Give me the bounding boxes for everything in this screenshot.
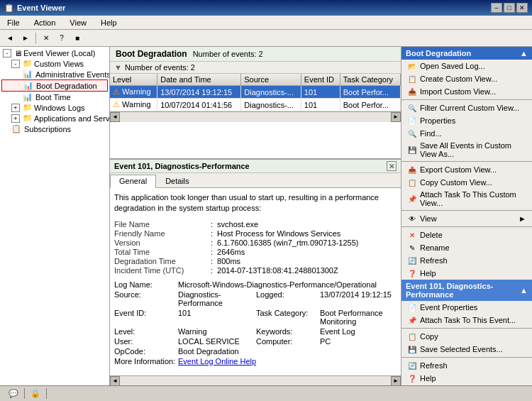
action-refresh-2[interactable]: 🔄 Refresh [401,359,532,372]
table-hscrollbar[interactable]: ◄ ► [110,111,401,121]
close-button[interactable]: ✕ [516,3,528,13]
scroll-track[interactable] [120,112,391,122]
info-row-user: User: LOCAL SERVICE Computer: PC [114,337,397,346]
value-eventid: 101 [178,309,191,326]
detail-hscrollbar[interactable]: ◄ ► [110,375,401,385]
events-table-section[interactable]: Level Date and Time Source Event ID Task… [110,74,401,159]
view-icon: 👁 [407,214,417,224]
menu-help[interactable]: Help [96,18,121,28]
action-save-all-events[interactable]: 💾 Save All Events in Custom View As... [401,140,532,160]
action-help-2[interactable]: ❓ Help [401,372,532,385]
col-eventid[interactable]: Event ID [301,74,340,86]
action-view[interactable]: 👁 View ► [401,212,532,225]
col-level[interactable]: Level [110,74,157,86]
event-detail-close[interactable]: ✕ [387,161,397,171]
extra-button[interactable]: ■ [70,31,84,45]
computer-icon: 🖥 [14,49,22,57]
tab-details[interactable]: Details [156,175,199,187]
action-create-custom-view[interactable]: 📋 Create Custom View... [401,72,532,85]
actions-title-boot-degradation: Boot Degradation [406,49,471,57]
attach-task-event-icon: 📌 [407,315,417,325]
collapse-icon-2[interactable]: ▲ [520,286,528,295]
event-count: Number of events: 2 [193,50,263,58]
menu-view[interactable]: View [65,18,91,28]
action-find[interactable]: 🔍 Find... [401,127,532,140]
action-attach-task-view[interactable]: 📌 Attach Task To This Custom View... [401,189,532,209]
label-user: User: [114,337,178,346]
menu-file[interactable]: File [3,18,24,28]
event-description: This application took longer than usual … [114,192,397,214]
action-help-1[interactable]: ❓ Help [401,267,532,280]
help-toolbar-button[interactable]: ? [55,31,69,45]
action-label-help-1: Help [420,269,436,278]
tree-item-apps-services[interactable]: + 📁 Applications and Services Logs [1,113,108,123]
action-refresh-1[interactable]: 🔄 Refresh [401,254,532,267]
separator5 [401,328,532,329]
tree-item-windows-logs[interactable]: + 📁 Windows Logs [1,102,108,113]
menu-action[interactable]: Action [30,18,60,28]
collapse-icon[interactable]: ▲ [520,49,528,57]
action-label-refresh-2: Refresh [420,361,448,370]
action-attach-task-event[interactable]: 📌 Attach Task To This Event... [401,314,532,326]
action-filter-current-view[interactable]: 🔍 Filter Current Custom View... [401,101,532,114]
action-label-delete: Delete [420,231,443,239]
action-label-save-all: Save All Events in Custom View As... [420,141,526,158]
forward-button[interactable]: ► [18,31,33,45]
action-export-custom-view[interactable]: 📤 Export Custom View... [401,163,532,176]
table-row[interactable]: ⚠ Warning 13/07/2014 19:12:15 Diagnostic… [110,86,401,99]
col-source[interactable]: Source [241,74,301,86]
action-copy-custom-view[interactable]: 📋 Copy Custom View... [401,176,532,189]
scroll-left-arrow[interactable]: ◄ [110,112,120,122]
tree-label-admin-events: Administrative Events [35,70,110,79]
action-rename[interactable]: ✎ Rename [401,241,532,254]
warning-icon: ⚠ [113,100,120,109]
events-table: Level Date and Time Source Event ID Task… [110,74,401,111]
action-open-saved-log[interactable]: 📂 Open Saved Log... [401,60,532,72]
value-opcode: Boot Degradation [178,347,239,356]
tree-item-subscriptions[interactable]: 📋 Subscriptions [1,123,108,134]
table-row[interactable]: ⚠ Warning 10/07/2014 01:41:56 Diagnostic… [110,99,401,111]
back-button[interactable]: ◄ [3,31,17,45]
save-selected-icon: 💾 [407,344,417,354]
window-controls: – □ ✕ [491,3,528,13]
action-event-properties[interactable]: 📄 Event Properties [401,301,532,314]
tree-item-boot-time[interactable]: 📊 Boot Time [1,92,108,102]
detail-scroll-left[interactable]: ◄ [110,376,120,386]
tree-item-boot-degradation[interactable]: 📊 Boot Degradation [1,79,108,92]
expand-icon[interactable]: - [3,49,11,57]
action-properties[interactable]: 📄 Properties [401,114,532,127]
field-version: Version : 6.1.7600.16385 (win7_rtm.09071… [114,238,397,247]
expand-icon-winlogs[interactable]: + [11,104,20,112]
menu-bar: File Action View Help [0,16,532,30]
col-taskcategory[interactable]: Task Category [340,74,400,86]
detail-scroll-right[interactable]: ► [391,376,401,386]
tree-item-event-viewer-local[interactable]: - 🖥 Event Viewer (Local) [1,48,108,58]
action-delete[interactable]: ✕ Delete [401,229,532,241]
minimize-button[interactable]: – [491,3,502,13]
action-import-custom-view[interactable]: 📥 Import Custom View... [401,85,532,98]
expand-icon-custom[interactable]: - [11,60,20,68]
value-source: Diagnostics-Performance [178,290,256,307]
action-save-selected[interactable]: 💾 Save Selected Events... [401,343,532,356]
field-label-filename: File Name [114,220,206,229]
event-info-grid: Log Name: Microsoft-Windows-Diagnostics-… [114,280,397,366]
value-user: LOCAL SERVICE [178,337,240,346]
cell-taskcategory: Boot Perfor... [340,99,400,111]
detail-scroll-track[interactable] [120,376,391,386]
expand-icon-apps[interactable]: + [11,114,20,123]
show-hide-button[interactable]: ✕ [39,31,53,45]
field-value-filename: svchost.exe [217,220,258,229]
action-label-open-saved-log: Open Saved Log... [420,62,485,70]
label-moreinfo: More Information: [114,357,178,366]
tree-item-custom-views[interactable]: - 📁 Custom Views [1,58,108,69]
scroll-right-arrow[interactable]: ► [391,112,401,122]
action-copy[interactable]: 📋 Copy [401,330,532,343]
tab-general[interactable]: General [110,175,156,188]
filter-icon-boot-time: 📊 [23,92,33,101]
export-icon: 📤 [407,165,417,175]
maximize-button[interactable]: □ [504,3,515,13]
field-label-degradation-time: Degradation Time [114,257,206,265]
col-datetime[interactable]: Date and Time [157,74,241,86]
event-log-online-help-link[interactable]: Event Log Online Help [178,357,256,366]
tree-item-admin-events[interactable]: 📊 Administrative Events [1,69,108,79]
